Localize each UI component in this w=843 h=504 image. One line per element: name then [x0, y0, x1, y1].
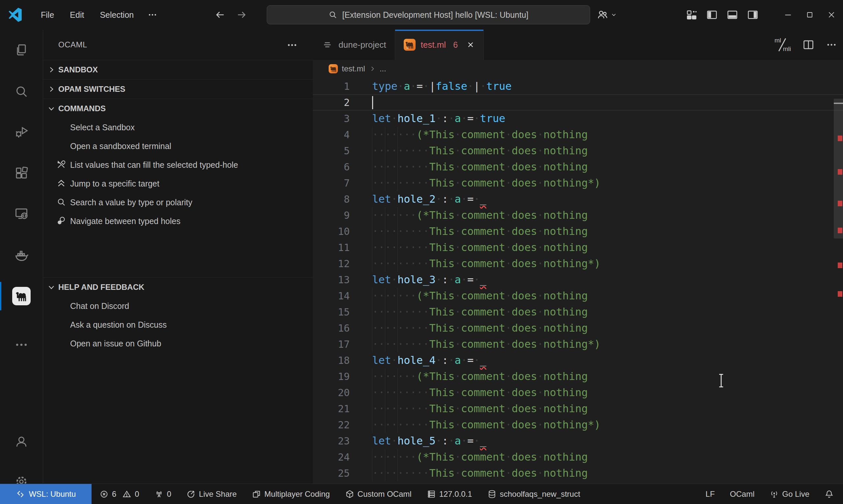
code-line[interactable]: 4·······(*This·comment·does·nothing	[313, 127, 843, 143]
sidebar-item[interactable]: Open an issue on Github	[43, 334, 313, 353]
close-window-button[interactable]	[821, 0, 842, 30]
sidebar-item[interactable]: Open a sandboxed terminal	[43, 137, 313, 156]
code-token: ·	[454, 402, 461, 415]
code-line[interactable]: 8let·hole_2·:·a·=·_	[313, 191, 843, 207]
customize-layout-icon[interactable]	[686, 9, 698, 21]
code-token: comment	[461, 418, 505, 431]
code-token: This	[429, 386, 454, 399]
sidebar-more-actions-icon[interactable]	[287, 39, 298, 51]
sidebar-item[interactable]: Jump to a specific target	[43, 174, 313, 193]
menu-file[interactable]: File	[33, 10, 62, 20]
sidebar-item[interactable]: Navigate between typed holes	[43, 212, 313, 231]
breadcrumb[interactable]: test.ml ...	[313, 60, 843, 78]
status-item-bell[interactable]	[825, 489, 834, 499]
status-item-0[interactable]: 0	[154, 489, 171, 499]
database-icon	[487, 489, 497, 499]
status-item-schoolfaqs-new-struct[interactable]: schoolfaqs_new_struct	[487, 489, 580, 499]
code-token: ·	[448, 435, 454, 447]
switch-ml-mli-icon[interactable]: mlmli	[774, 37, 791, 53]
code-token: ·	[448, 193, 454, 205]
code-line[interactable]: 5·········This·comment·does·nothing	[313, 143, 843, 159]
status-item-multiplayer-coding[interactable]: Multiplayer Coding	[252, 489, 330, 499]
scrollbar-slider[interactable]	[834, 99, 843, 238]
activity-item-search[interactable]	[0, 73, 43, 110]
code-token: comment	[461, 467, 505, 479]
activity-item-explorer[interactable]	[0, 32, 43, 68]
code-line[interactable]: 12·········This·comment·does·nothing*)	[313, 256, 843, 272]
code-line[interactable]: 15·········This·comment·does·nothing	[313, 304, 843, 320]
menu-edit[interactable]: Edit	[62, 10, 92, 20]
code-token: =	[416, 80, 423, 92]
split-editor-icon[interactable]	[802, 38, 815, 51]
navigate-forward-icon[interactable]	[235, 8, 248, 21]
status-item-127-0-0-1[interactable]: 127.0.0.1	[427, 489, 472, 499]
section-label: OPAM SWITCHES	[58, 85, 125, 94]
status-item-ocaml[interactable]: OCaml	[730, 489, 755, 499]
sidebar-item[interactable]: Select a Sandbox	[43, 118, 313, 137]
sidebar-item[interactable]: Search a value by type or polarity	[43, 193, 313, 212]
status-item-custom-ocaml[interactable]: Custom OCaml	[345, 489, 412, 499]
code-token: =	[467, 112, 474, 125]
status-item-label: schoolfaqs_new_struct	[500, 489, 580, 499]
code-line[interactable]: 16·········This·comment·does·nothing	[313, 320, 843, 336]
status-item-go-live[interactable]: Go Live	[770, 489, 809, 499]
command-center-search[interactable]: [Extension Development Host] hello [WSL:…	[267, 5, 590, 24]
activity-item-extensions[interactable]	[0, 155, 43, 191]
code-line[interactable]: 21·········This·comment·does·nothing	[313, 401, 843, 417]
code-line[interactable]: 10·········This·comment·does·nothing	[313, 223, 843, 239]
tab-test-ml[interactable]: test.ml 6	[395, 30, 484, 60]
code-line[interactable]: 20·········This·comment·does·nothing	[313, 384, 843, 401]
code-line[interactable]: 3let·hole_1·:·a·=·true	[313, 110, 843, 127]
sidebar-item[interactable]: Ask a question on Discuss	[43, 316, 313, 334]
activity-item-run-and-debug[interactable]	[0, 113, 43, 150]
code-line[interactable]: 7·········This·comment·does·nothing*)	[313, 175, 843, 191]
code-line[interactable]: 1type·a·=·|false·|·true	[313, 78, 843, 94]
tab-dune-project[interactable]: dune-project	[313, 30, 395, 60]
close-tab-icon[interactable]	[466, 40, 475, 49]
code-line[interactable]: 11·········This·comment·does·nothing	[313, 239, 843, 256]
overview-ruler[interactable]	[834, 78, 843, 484]
code-line[interactable]: 17·········This·comment·does·nothing*)	[313, 336, 843, 352]
code-line[interactable]: 9·······(*This·comment·does·nothing	[313, 207, 843, 223]
code-area[interactable]: 1type·a·=·|false·|·true23let·hole_1·:·a·…	[313, 78, 843, 484]
code-line[interactable]: 22·········This·comment·does·nothing*)	[313, 417, 843, 433]
status-item-lf[interactable]: LF	[706, 489, 715, 499]
code-token: ·	[454, 322, 461, 334]
menu-overflow-icon[interactable]	[142, 10, 163, 20]
code-line[interactable]: 6·········This·comment·does·nothing	[313, 159, 843, 175]
toggle-secondary-sidebar-icon[interactable]	[747, 9, 759, 21]
breadcrumb-file[interactable]: test.ml	[342, 64, 365, 73]
code-line[interactable]: 19·······(*This·comment·does·nothing	[313, 368, 843, 384]
sidebar-item[interactable]: Chat on Discord	[43, 297, 313, 316]
breadcrumb-more[interactable]: ...	[380, 64, 386, 73]
section-header-commands[interactable]: COMMANDS	[43, 99, 313, 118]
code-line[interactable]: 2	[313, 94, 843, 110]
minimize-button[interactable]	[777, 0, 799, 30]
section-header-opam-switches[interactable]: OPAM SWITCHES	[43, 79, 313, 99]
navigate-back-icon[interactable]	[213, 8, 226, 21]
status-item-live-share[interactable]: Live Share	[186, 489, 237, 499]
editor-more-actions-icon[interactable]	[826, 39, 837, 50]
code-line[interactable]: 23let·hole_5·:·a·=·_	[313, 433, 843, 449]
activity-item-remote-explorer[interactable]	[0, 196, 43, 232]
section-header-sandbox[interactable]: SANDBOX	[43, 60, 313, 79]
activity-item-ocaml[interactable]	[0, 278, 43, 314]
section-header-help-and-feedback[interactable]: HELP AND FEEDBACK	[43, 277, 313, 297]
remote-indicator[interactable]: WSL: Ubuntu	[0, 484, 91, 504]
code-line[interactable]: 24·······(*This·comment·does·nothing	[313, 449, 843, 465]
activity-item-additional-views[interactable]	[0, 327, 43, 363]
code-token: ·	[474, 354, 480, 366]
activity-item-accounts[interactable]	[0, 424, 43, 460]
toggle-primary-sidebar-icon[interactable]	[706, 9, 718, 21]
toggle-panel-icon[interactable]	[726, 9, 738, 21]
code-line[interactable]: 18let·hole_4·:·a·=·_	[313, 352, 843, 368]
menu-selection[interactable]: Selection	[92, 10, 142, 20]
maximize-button[interactable]	[799, 0, 821, 30]
code-line[interactable]: 13let·hole_3·:·a·=·_	[313, 272, 843, 288]
sidebar-item[interactable]: List values that can fill the selected t…	[43, 156, 313, 174]
problems-indicator[interactable]: 6 0	[100, 489, 139, 499]
accounts-menu[interactable]	[597, 0, 617, 30]
code-line[interactable]: 14·······(*This·comment·does·nothing	[313, 288, 843, 304]
code-line[interactable]: 25·········This·comment·does·nothing	[313, 465, 843, 481]
activity-item-docker[interactable]	[0, 237, 43, 273]
